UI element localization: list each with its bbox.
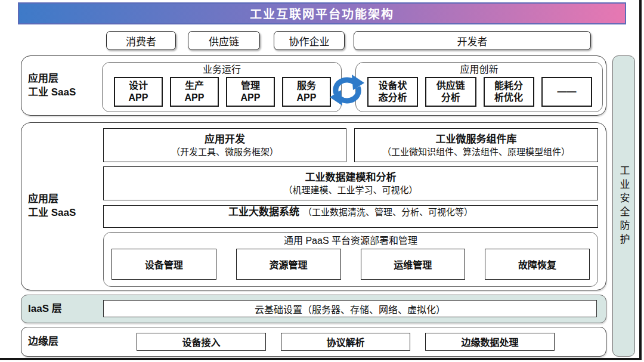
device-status-analysis-box: 设备状 态分析 [367, 77, 418, 107]
device-management-box: 设备管理 [112, 249, 216, 280]
saas-application-layer: 应用层 工业 SaaS 业务运行 设计 APP 生产 APP 管理 APP [21, 55, 606, 116]
stakeholder-consumer: 消费者 [106, 31, 176, 50]
stakeholder-partner: 协作企业 [274, 31, 345, 50]
device-access-box: 设备接入 [137, 333, 266, 351]
paas-group-title: 通用 PaaS 平台资源部署和管理 [104, 233, 597, 247]
industrial-internet-architecture-diagram: 工业互联网平台功能架构 消费者 供应链 协作企业 开发者 应用层 工业 SaaS… [0, 0, 644, 362]
security-protection-bar: 工业安全防护 [612, 55, 635, 357]
stakeholder-supply-chain: 供应链 [188, 31, 260, 50]
service-app-box: 服务 APP [282, 77, 331, 107]
business-operation-group: 业务运行 设计 APP 生产 APP 管理 APP 服务 APP [102, 62, 342, 112]
edge-data-processing-box: 边缘数据处理 [425, 333, 555, 351]
protocol-parsing-box: 协议解析 [281, 333, 410, 351]
energy-analysis-box: 能耗分 析优化 [484, 77, 534, 107]
platform-layer-label: 应用层 工业 SaaS [28, 123, 103, 290]
platform-layer: 应用层 工业 SaaS 应用开发 （开发工具、微服务框架） 工业微服务组件库 （… [21, 122, 606, 290]
innovation-app-row: 设备状 态分析 供应链 分析 能耗分 析优化 —— [356, 76, 602, 112]
iaas-layer-label: IaaS 层 [28, 295, 94, 323]
edge-layer: 边缘层 设备接入 协议解析 边缘数据处理 [21, 327, 606, 357]
saas-layer-label: 应用层 工业 SaaS [28, 56, 103, 115]
ops-management-box: 运维管理 [361, 249, 466, 280]
business-operation-title: 业务运行 [103, 63, 341, 76]
page-edge-right [639, 0, 642, 360]
production-app-box: 生产 APP [170, 77, 219, 107]
business-app-row: 设计 APP 生产 APP 管理 APP 服务 APP [103, 76, 341, 112]
stakeholder-developer: 开发者 [354, 31, 591, 50]
page-title: 工业互联网平台功能架构 [18, 2, 626, 24]
cloud-infrastructure-box: 云基础设置（服务器、存储、网络、虚拟化） [103, 300, 597, 317]
sync-icon [327, 72, 367, 108]
edge-layer-label: 边缘层 [28, 327, 94, 356]
app-innovation-group: 应用创新 设备状 态分析 供应链 分析 能耗分 析优化 —— [355, 62, 603, 112]
big-data-system-box: 工业大数据系统 （工业数据清洗、管理、分析、可视化等） [103, 205, 598, 228]
fault-recovery-box: 故障恢复 [485, 249, 590, 280]
paas-row: 设备管理 资源管理 运维管理 故障恢复 [104, 247, 597, 286]
design-app-box: 设计 APP [114, 77, 163, 107]
iaas-layer: IaaS 层 云基础设置（服务器、存储、网络、虚拟化） [21, 295, 606, 323]
resource-management-box: 资源管理 [236, 249, 341, 280]
microservice-library-box: 工业微服务组件库 （工业微知识组件、算法组件、原理模型组件） [354, 128, 598, 162]
app-development-box: 应用开发 （开发工具、微服务框架） [103, 128, 346, 162]
app-innovation-title: 应用创新 [356, 63, 602, 76]
management-app-box: 管理 APP [226, 77, 275, 107]
data-modeling-box: 工业数据建模和分析 （机理建模、工业学习、可视化） [103, 166, 598, 200]
page-edge-bottom [0, 358, 642, 360]
ellipsis-box: —— [541, 77, 592, 107]
paas-resource-group: 通用 PaaS 平台资源部署和管理 设备管理 资源管理 运维管理 故障恢复 [103, 232, 598, 287]
supply-chain-analysis-box: 供应链 分析 [425, 77, 476, 107]
